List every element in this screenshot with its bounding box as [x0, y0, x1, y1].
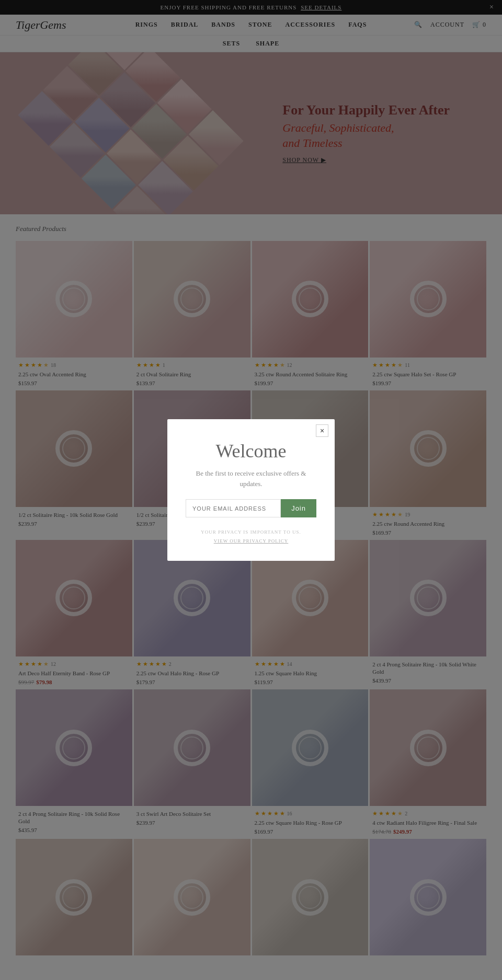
modal: × Welcome Be the first to receive exclus…: [167, 419, 335, 560]
modal-close-button[interactable]: ×: [316, 424, 328, 437]
modal-overlay: × Welcome Be the first to receive exclus…: [0, 0, 502, 973]
join-button[interactable]: Join: [281, 499, 316, 517]
email-input[interactable]: [186, 499, 281, 517]
privacy-policy-link[interactable]: VIEW OUR PRIVACY POLICY: [214, 538, 289, 544]
modal-privacy: YOUR PRIVACY IS IMPORTANT TO US. VIEW OU…: [186, 528, 316, 545]
modal-title: Welcome: [186, 440, 316, 462]
modal-description: Be the first to receive exclusive offers…: [186, 468, 316, 489]
modal-form: Join: [186, 499, 316, 517]
